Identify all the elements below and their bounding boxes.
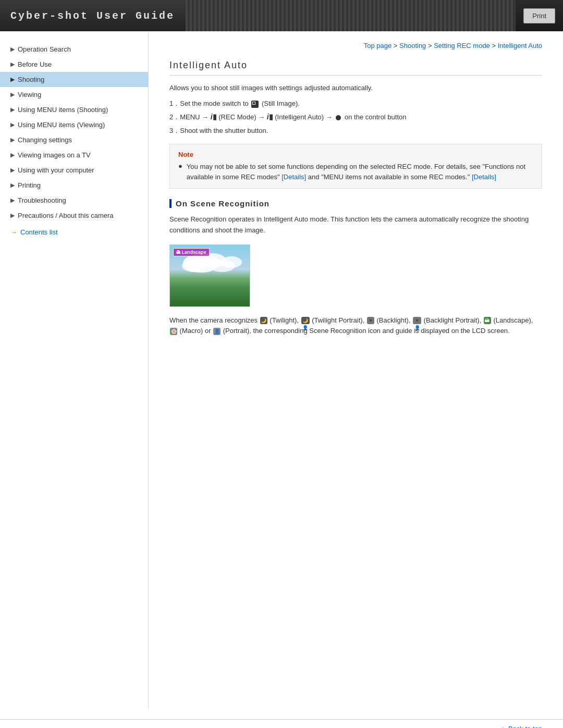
sidebar-item-viewing[interactable]: ▶ Viewing xyxy=(0,87,148,102)
sidebar-item-before-use[interactable]: ▶ Before Use xyxy=(0,57,148,72)
sidebar-item-label: Before Use xyxy=(18,60,52,68)
sidebar-item-changing-settings[interactable]: ▶ Changing settings xyxy=(0,132,148,147)
details-link-2[interactable]: [Details] xyxy=(472,173,496,181)
arrow-icon: ▶ xyxy=(10,61,15,68)
content-area: Top page > Shooting > Setting REC mode >… xyxy=(149,31,563,355)
sidebar-item-using-computer[interactable]: ▶ Using with your computer xyxy=(0,163,148,178)
sidebar: ▶ Operation Search ▶ Before Use ▶ Shooti… xyxy=(0,31,149,709)
sidebar-item-label: Viewing xyxy=(18,91,41,98)
note-box: Note ● You may not be able to set some f… xyxy=(169,144,542,189)
sidebar-item-label: Shooting xyxy=(18,76,44,83)
sidebar-item-precautions[interactable]: ▶ Precautions / About this camera xyxy=(0,208,148,223)
contents-list-link[interactable]: → Contents list xyxy=(0,223,148,241)
arrow-icon: ▶ xyxy=(10,106,15,113)
contents-list-label: Contents list xyxy=(20,228,58,236)
sidebar-item-label: Troubleshooting xyxy=(18,196,66,204)
arrow-icon: ▶ xyxy=(10,76,15,83)
arrow-right-icon: → xyxy=(10,228,17,236)
details-link-1[interactable]: [Details] xyxy=(282,173,306,181)
on-scene-recognition-section: On Scene Recognition Scene Recognition o… xyxy=(169,199,542,337)
header-stripes xyxy=(186,0,516,31)
app-title: Cyber-shot User Guide xyxy=(10,10,175,22)
step-2-text: MENU → i▮ (REC Mode) → i▮ (Intelligent A… xyxy=(180,113,406,121)
sidebar-item-label: Operation Search xyxy=(18,45,71,53)
sidebar-item-shooting[interactable]: ▶ Shooting xyxy=(0,72,148,87)
breadcrumb-setting-rec-mode[interactable]: Setting REC mode xyxy=(434,42,490,50)
scene-recognition-image: 🏔 Landscape xyxy=(169,244,250,307)
sidebar-item-printing[interactable]: ▶ Printing xyxy=(0,178,148,193)
main-layout: ▶ Operation Search ▶ Before Use ▶ Shooti… xyxy=(0,31,563,709)
page-title: Intelligent Auto xyxy=(169,60,542,76)
step-3-num: 3． xyxy=(169,126,180,135)
arrow-icon: ▶ xyxy=(10,137,15,143)
step-3-text: Shoot with the shutter button. xyxy=(180,127,268,134)
twilight-portrait-icon: 🌙👤 xyxy=(301,317,310,324)
steps: 1． Set the mode switch to (Still Image).… xyxy=(169,99,542,135)
intro-text: Allows you to shoot still images with se… xyxy=(169,84,542,92)
sidebar-item-label: Using MENU items (Shooting) xyxy=(18,106,108,114)
breadcrumb-intelligent-auto[interactable]: Intelligent Auto xyxy=(498,42,542,50)
footer-back-top: ▲ Back to top xyxy=(0,720,563,728)
arrow-icon: ▶ xyxy=(10,197,15,204)
step-3: 3． Shoot with the shutter button. xyxy=(169,126,542,135)
sidebar-item-label: Precautions / About this camera xyxy=(18,212,114,219)
landscape-icon: 🏔 xyxy=(484,317,491,324)
step-1: 1． Set the mode switch to (Still Image). xyxy=(169,99,542,108)
circle-icon xyxy=(336,115,341,120)
sidebar-item-operation-search[interactable]: ▶ Operation Search xyxy=(0,42,148,57)
note-item: ● You may not be able to set some functi… xyxy=(178,162,533,182)
sidebar-item-label: Using with your computer xyxy=(18,166,94,174)
arrow-icon: ▶ xyxy=(10,91,15,98)
arrow-icon: ▶ xyxy=(10,152,15,158)
sidebar-item-using-menu-shooting[interactable]: ▶ Using MENU items (Shooting) xyxy=(0,102,148,117)
step-2: 2． MENU → i▮ (REC Mode) → i▮ (Intelligen… xyxy=(169,113,542,122)
arrow-icon: ▶ xyxy=(10,182,15,189)
svg-point-4 xyxy=(221,256,242,268)
portrait-icon: 👤 xyxy=(213,328,221,335)
print-button[interactable]: Print xyxy=(523,8,555,23)
section-heading-scene-recognition: On Scene Recognition xyxy=(169,199,542,208)
arrow-icon: ▶ xyxy=(10,167,15,174)
twilight-icon: 🌙 xyxy=(260,317,267,324)
still-image-icon xyxy=(251,101,259,108)
svg-point-2 xyxy=(182,260,205,272)
header: Cyber-shot User Guide Print xyxy=(0,0,563,31)
sidebar-item-label: Changing settings xyxy=(18,136,72,144)
step-1-num: 1． xyxy=(169,99,180,108)
camera-image-label: 🏔 Landscape xyxy=(173,248,210,256)
breadcrumb-sep2: > xyxy=(428,42,434,50)
breadcrumb-shooting[interactable]: Shooting xyxy=(399,42,426,50)
breadcrumb: Top page > Shooting > Setting REC mode >… xyxy=(169,42,542,50)
scene-recognition-text: Scene Recognition operates in Intelligen… xyxy=(169,214,542,236)
step-1-text: Set the mode switch to (Still Image). xyxy=(180,100,300,108)
macro-icon: 🌸 xyxy=(170,328,177,335)
sidebar-item-label: Viewing images on a TV xyxy=(18,151,91,159)
arrow-icon: ▶ xyxy=(10,121,15,128)
note-title: Note xyxy=(178,151,533,158)
sidebar-item-troubleshooting[interactable]: ▶ Troubleshooting xyxy=(0,193,148,208)
header-title-area: Cyber-shot User Guide xyxy=(0,0,186,31)
backlight-icon: ☀ xyxy=(367,317,374,324)
breadcrumb-top-page[interactable]: Top page xyxy=(364,42,392,50)
caption-text: When the camera recognizes 🌙 (Twilight),… xyxy=(169,315,542,337)
backlight-portrait-icon: ☀👤 xyxy=(413,317,421,324)
note-text: You may not be able to set some function… xyxy=(187,162,533,182)
breadcrumb-sep1: > xyxy=(394,42,399,50)
back-to-top-link[interactable]: ▲ Back to top xyxy=(499,725,542,728)
arrow-icon: ▶ xyxy=(10,212,15,219)
breadcrumb-sep3: > xyxy=(492,42,497,50)
note-bullet-icon: ● xyxy=(178,162,182,170)
step-2-num: 2． xyxy=(169,113,180,122)
arrow-icon: ▶ xyxy=(10,46,15,53)
sidebar-item-using-menu-viewing[interactable]: ▶ Using MENU items (Viewing) xyxy=(0,117,148,132)
sidebar-item-label: Printing xyxy=(18,181,41,189)
sidebar-item-label: Using MENU items (Viewing) xyxy=(18,121,105,129)
sidebar-item-viewing-tv[interactable]: ▶ Viewing images on a TV xyxy=(0,147,148,163)
